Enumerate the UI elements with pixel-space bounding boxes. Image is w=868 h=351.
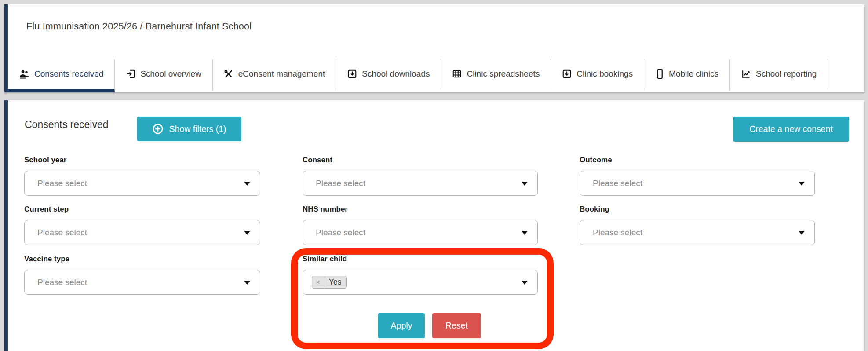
select-placeholder: Please select <box>37 228 87 238</box>
mobile-icon <box>655 69 664 79</box>
card-accent-stripe <box>4 100 8 351</box>
download-icon <box>562 69 572 79</box>
tag-value: Yes <box>324 276 346 288</box>
tab-label: School downloads <box>362 69 430 79</box>
tab-label: eConsent management <box>238 69 325 79</box>
select-placeholder: Please select <box>593 179 642 188</box>
chevron-down-icon <box>522 281 528 285</box>
tab-econsent-management[interactable]: eConsent management <box>213 59 337 92</box>
filter-label: Similar child <box>303 255 538 263</box>
select-placeholder: Please select <box>593 228 642 238</box>
booking-select[interactable]: Please select <box>580 220 815 245</box>
page: Flu Immunisation 2025/26 / Barnehurst In… <box>0 0 868 351</box>
current-step-select[interactable]: Please select <box>24 220 260 245</box>
filter-consent: Consent Please select <box>303 156 538 196</box>
filter-label: Vaccine type <box>24 255 260 263</box>
show-filters-button[interactable]: Show filters (1) <box>137 117 241 141</box>
similar-child-select[interactable]: × Yes <box>303 270 538 295</box>
nhs-number-select[interactable]: Please select <box>303 220 538 245</box>
create-consent-label: Create a new consent <box>749 124 833 134</box>
users-icon <box>19 69 29 79</box>
filter-school-year: School year Please select <box>24 156 260 196</box>
tab-clinic-bookings[interactable]: Clinic bookings <box>551 59 644 92</box>
tab-mobile-clinics[interactable]: Mobile clinics <box>644 59 730 92</box>
chevron-down-icon <box>799 182 805 186</box>
filter-label: Booking <box>580 205 815 214</box>
school-year-select[interactable]: Please select <box>24 171 260 196</box>
header-card: Flu Immunisation 2025/26 / Barnehurst In… <box>4 4 864 92</box>
download-icon <box>347 69 357 79</box>
filter-label: Current step <box>24 205 260 214</box>
sign-in-icon <box>126 69 135 79</box>
tab-label: Clinic bookings <box>576 69 633 79</box>
filter-outcome: Outcome Please select <box>580 156 815 196</box>
reset-button[interactable]: Reset <box>432 313 481 338</box>
tab-label: Consents received <box>34 69 103 79</box>
card-accent-stripe <box>4 4 8 92</box>
show-filters-label: Show filters (1) <box>169 124 226 134</box>
selected-value-tag: × Yes <box>312 276 347 289</box>
tab-label: Mobile clinics <box>669 69 718 79</box>
table-icon <box>452 69 462 79</box>
tab-bar: Consents received School overview <box>8 59 864 92</box>
chevron-down-icon <box>522 231 528 235</box>
chevron-down-icon <box>244 182 250 186</box>
filter-label: NHS number <box>303 205 538 214</box>
tab-school-overview[interactable]: School overview <box>115 59 212 92</box>
filter-similar-child: Similar child × Yes <box>303 255 538 295</box>
filter-label: Outcome <box>580 156 815 165</box>
consent-select[interactable]: Please select <box>303 171 538 196</box>
page-title: Flu Immunisation 2025/26 / Barnehurst In… <box>26 21 252 32</box>
tab-label: School overview <box>140 69 201 79</box>
plus-circle-icon <box>152 123 164 135</box>
vaccine-type-select[interactable]: Please select <box>24 270 260 295</box>
chevron-down-icon <box>244 231 250 235</box>
tab-consents-received[interactable]: Consents received <box>8 59 115 92</box>
tools-icon <box>224 69 233 79</box>
filter-vaccine-type: Vaccine type Please select <box>24 255 260 295</box>
tab-clinic-spreadsheets[interactable]: Clinic spreadsheets <box>441 59 551 92</box>
chevron-down-icon <box>522 182 528 186</box>
chevron-down-icon <box>244 281 250 285</box>
tab-label: School reporting <box>756 69 817 79</box>
section-heading: Consents received <box>25 119 109 131</box>
tab-label: Clinic spreadsheets <box>467 69 540 79</box>
filter-nhs-number: NHS number Please select <box>303 205 538 245</box>
remove-tag-icon[interactable]: × <box>312 276 324 288</box>
select-placeholder: Please select <box>37 179 87 188</box>
chart-line-icon <box>741 69 751 79</box>
select-placeholder: Please select <box>316 179 365 188</box>
consents-panel: Consents received Show filters (1) Creat… <box>4 100 864 351</box>
outcome-select[interactable]: Please select <box>580 171 815 196</box>
select-placeholder: Please select <box>37 278 87 287</box>
tab-school-downloads[interactable]: School downloads <box>336 59 441 92</box>
filter-current-step: Current step Please select <box>24 205 260 245</box>
create-new-consent-button[interactable]: Create a new consent <box>733 117 849 142</box>
chevron-down-icon <box>799 231 805 235</box>
filter-booking: Booking Please select <box>580 205 815 245</box>
filter-label: School year <box>24 156 260 165</box>
filter-label: Consent <box>303 156 538 165</box>
apply-button[interactable]: Apply <box>378 313 425 338</box>
tab-school-reporting[interactable]: School reporting <box>730 59 828 92</box>
select-placeholder: Please select <box>316 228 365 238</box>
